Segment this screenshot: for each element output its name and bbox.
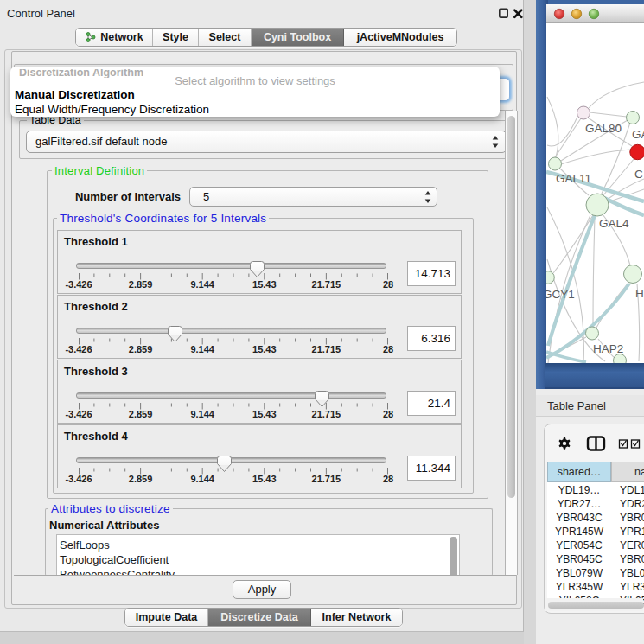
svg-text:GAL…: GAL… bbox=[632, 128, 644, 141]
svg-text:HAP2: HAP2 bbox=[593, 342, 623, 355]
svg-text:GAL11: GAL11 bbox=[556, 172, 591, 185]
svg-text:H: H bbox=[635, 287, 644, 300]
svg-text:GCY1: GCY1 bbox=[543, 288, 575, 301]
svg-text:GAL4: GAL4 bbox=[599, 217, 629, 230]
svg-text:GAL80: GAL80 bbox=[585, 122, 622, 135]
svg-text:C: C bbox=[634, 168, 643, 181]
